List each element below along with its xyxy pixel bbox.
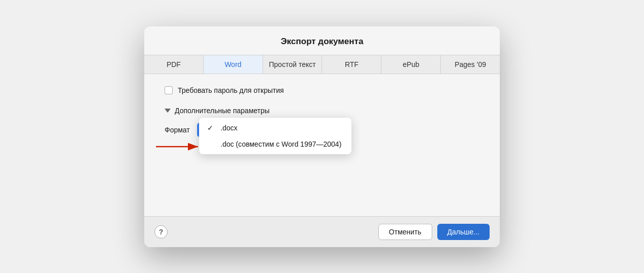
red-arrow-annotation: [153, 139, 204, 156]
password-checkbox-row: Требовать пароль для открытия: [165, 86, 479, 94]
advanced-section-header[interactable]: Дополнительные параметры: [165, 107, 479, 115]
footer-buttons: Отменить Дальше...: [378, 224, 490, 240]
advanced-section: Дополнительные параметры Формат ✓ .docx …: [165, 107, 479, 137]
footer: ? Отменить Дальше...: [144, 216, 500, 247]
cancel-button[interactable]: Отменить: [378, 224, 432, 240]
content-area: Требовать пароль для открытия Дополнител…: [144, 74, 500, 216]
dropdown-item-docx[interactable]: ✓ .docx: [199, 120, 351, 136]
format-dropdown-popup: ✓ .docx .doc (совместим с Word 1997—2004…: [199, 118, 351, 154]
triangle-icon: [165, 109, 171, 113]
tab-word[interactable]: Word: [204, 55, 263, 74]
tab-epub[interactable]: ePub: [381, 55, 441, 74]
dropdown-item-doc[interactable]: .doc (совместим с Word 1997—2004): [199, 136, 351, 152]
next-button[interactable]: Дальше...: [437, 224, 490, 240]
tab-bar: PDF Word Простой текст RTF ePub Pages '0…: [144, 55, 500, 74]
tab-pages09[interactable]: Pages '09: [441, 55, 500, 74]
dialog-title: Экспорт документа: [144, 26, 500, 55]
tab-rtf[interactable]: RTF: [322, 55, 381, 74]
format-label: Формат: [165, 126, 190, 134]
password-checkbox[interactable]: [165, 86, 173, 94]
password-checkbox-label: Требовать пароль для открытия: [178, 86, 284, 94]
help-button[interactable]: ?: [154, 225, 168, 238]
export-dialog: Экспорт документа PDF Word Простой текст…: [144, 26, 500, 247]
dropdown-item-doc-label: .doc (совместим с Word 1997—2004): [220, 140, 341, 148]
advanced-section-title: Дополнительные параметры: [175, 107, 270, 115]
tab-plain-text[interactable]: Простой текст: [263, 55, 323, 74]
tab-pdf[interactable]: PDF: [144, 55, 204, 74]
dropdown-item-docx-label: .docx: [220, 124, 237, 132]
format-row: Формат ✓ .docx .doc (совместим с Word 19…: [165, 123, 479, 137]
checkmark-icon: ✓: [207, 124, 215, 132]
